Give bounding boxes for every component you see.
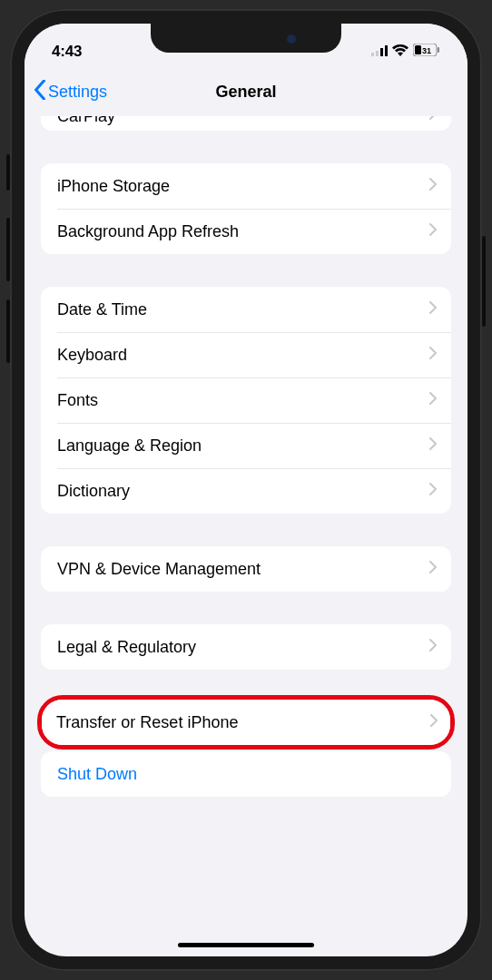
cellular-icon bbox=[371, 44, 388, 60]
svg-rect-6 bbox=[438, 47, 439, 53]
back-button[interactable]: Settings bbox=[34, 80, 107, 104]
row-shutdown[interactable]: Shut Down bbox=[41, 751, 451, 797]
svg-rect-3 bbox=[385, 45, 388, 56]
settings-group: VPN & Device Management bbox=[41, 546, 451, 592]
chevron-right-icon bbox=[429, 347, 437, 363]
settings-group: iPhone Storage Background App Refresh bbox=[41, 163, 451, 254]
page-title: General bbox=[215, 83, 276, 102]
row-iphone-storage[interactable]: iPhone Storage bbox=[41, 163, 451, 209]
content[interactable]: CarPlay iPhone Storage Background App Re… bbox=[25, 116, 467, 956]
svg-rect-5 bbox=[415, 45, 421, 54]
svg-text:31: 31 bbox=[422, 46, 431, 55]
wifi-icon bbox=[392, 44, 408, 60]
row-carplay[interactable]: CarPlay bbox=[41, 116, 451, 131]
chevron-right-icon bbox=[430, 714, 438, 730]
row-label: Shut Down bbox=[57, 765, 137, 784]
row-fonts[interactable]: Fonts bbox=[41, 377, 451, 423]
chevron-right-icon bbox=[429, 301, 437, 318]
settings-group: Legal & Regulatory bbox=[41, 624, 451, 670]
row-dictionary[interactable]: Dictionary bbox=[41, 468, 451, 514]
settings-group: Transfer or Reset iPhone Shut Down bbox=[41, 695, 451, 797]
row-date-time[interactable]: Date & Time bbox=[41, 287, 451, 332]
chevron-right-icon bbox=[429, 392, 437, 408]
phone-frame: 4:43 31 Settings General bbox=[10, 9, 482, 971]
notch bbox=[151, 24, 341, 53]
side-button bbox=[482, 236, 486, 327]
chevron-right-icon bbox=[429, 116, 437, 123]
chevron-right-icon bbox=[429, 483, 437, 499]
row-label: VPN & Device Management bbox=[57, 560, 261, 579]
chevron-right-icon bbox=[429, 223, 437, 240]
highlight-annotation: Transfer or Reset iPhone bbox=[37, 695, 455, 750]
chevron-right-icon bbox=[429, 639, 437, 655]
side-button bbox=[6, 299, 10, 363]
home-indicator[interactable] bbox=[178, 943, 314, 947]
row-label: Background App Refresh bbox=[57, 222, 239, 241]
row-label: iPhone Storage bbox=[57, 177, 170, 196]
svg-rect-0 bbox=[371, 53, 374, 56]
row-keyboard[interactable]: Keyboard bbox=[41, 332, 451, 377]
row-vpn[interactable]: VPN & Device Management bbox=[41, 546, 451, 592]
row-label: Legal & Regulatory bbox=[57, 638, 196, 657]
row-label: Transfer or Reset iPhone bbox=[56, 713, 238, 732]
chevron-right-icon bbox=[429, 561, 437, 577]
svg-rect-2 bbox=[380, 48, 383, 56]
nav-bar: Settings General bbox=[25, 67, 467, 116]
settings-group: CarPlay bbox=[41, 116, 451, 131]
screen: 4:43 31 Settings General bbox=[25, 24, 467, 956]
row-language-region[interactable]: Language & Region bbox=[41, 423, 451, 468]
row-legal[interactable]: Legal & Regulatory bbox=[41, 624, 451, 670]
battery-icon: 31 bbox=[413, 44, 440, 60]
back-label: Settings bbox=[48, 83, 107, 102]
chevron-right-icon bbox=[429, 178, 437, 194]
row-label: Date & Time bbox=[57, 300, 147, 319]
side-button bbox=[6, 154, 10, 191]
svg-rect-1 bbox=[376, 51, 379, 56]
row-label: CarPlay bbox=[57, 116, 115, 126]
side-button bbox=[6, 218, 10, 281]
row-label: Fonts bbox=[57, 391, 98, 410]
row-transfer-reset[interactable]: Transfer or Reset iPhone bbox=[42, 700, 450, 745]
status-right: 31 bbox=[371, 44, 440, 60]
status-time: 4:43 bbox=[52, 43, 82, 61]
chevron-left-icon bbox=[34, 80, 46, 104]
settings-group: Date & Time Keyboard Fonts Language & Re… bbox=[41, 287, 451, 514]
row-label: Keyboard bbox=[57, 346, 127, 365]
row-label: Language & Region bbox=[57, 436, 202, 456]
row-background-app-refresh[interactable]: Background App Refresh bbox=[41, 209, 451, 254]
settings-group-inner: Shut Down bbox=[41, 751, 451, 797]
chevron-right-icon bbox=[429, 437, 437, 454]
row-label: Dictionary bbox=[57, 482, 130, 501]
